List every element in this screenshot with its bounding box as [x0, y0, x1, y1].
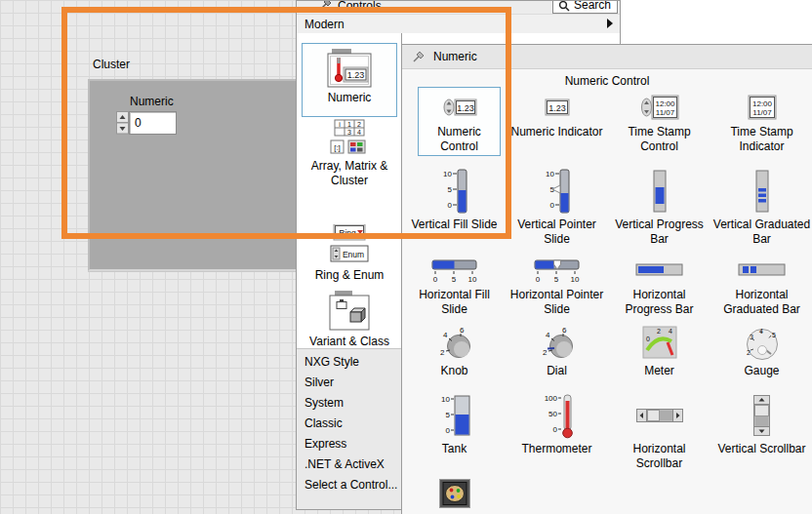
- palette-item-vertical-graduated-bar[interactable]: Vertical Graduated Bar: [710, 162, 812, 250]
- palette-styles-list: NXG Style Silver System Classic Express …: [297, 348, 402, 509]
- item-label: Vertical Scrollbar: [717, 442, 805, 456]
- increment-decrement-spinner-icon[interactable]: [116, 111, 129, 135]
- item-label: Numeric Control: [419, 125, 500, 154]
- category-column: 1.23 Numeric i 1 2 3 4 [:]: [297, 33, 402, 348]
- svg-text:3: 3: [347, 129, 351, 136]
- style-express[interactable]: Express: [297, 433, 402, 454]
- time-stamp-indicator-icon: 12:00 11/07: [748, 94, 777, 121]
- palette-item-vertical-pointer-slide[interactable]: 10 5 0 Vertical Pointer Slide: [506, 162, 608, 250]
- svg-text:1: 1: [347, 121, 351, 128]
- item-label: Vertical Progress Bar: [611, 217, 709, 247]
- palette-item-vertical-progress-bar[interactable]: Vertical Progress Bar: [608, 162, 710, 250]
- cluster-container[interactable]: Numeric 0: [88, 79, 327, 271]
- palette-item-meter[interactable]: 0 2 4 Meter: [608, 318, 710, 386]
- pin-icon[interactable]: [320, 1, 332, 11]
- svg-text:4: 4: [546, 331, 550, 339]
- category-array-matrix-cluster[interactable]: i 1 2 3 4 [:] Array, Matrix & Cluster: [297, 119, 402, 188]
- svg-text:4: 4: [357, 129, 361, 136]
- subpalette-header: Numeric: [402, 45, 812, 69]
- item-label: Vertical Graduated Bar: [713, 217, 811, 247]
- palette-item-framed-color-box[interactable]: [403, 472, 506, 514]
- category-label: Array, Matrix & Cluster: [297, 159, 402, 188]
- palette-item-horizontal-progress-bar[interactable]: Horizontal Progress Bar: [608, 250, 710, 318]
- svg-text:2: 2: [357, 121, 361, 128]
- horizontal-progress-bar-icon: [635, 263, 684, 277]
- palette-item-horizontal-fill-slide[interactable]: 0 5 10 Horizontal Fill Slide: [403, 250, 506, 318]
- category-label: Ring & Enum: [315, 268, 385, 283]
- vertical-graduated-bar-icon: [755, 170, 769, 213]
- labview-screen: Cluster Numeric 0 Controls: [0, 0, 812, 514]
- vertical-pointer-slide-icon: 10 5 0: [543, 168, 572, 215]
- svg-text:2: 2: [440, 348, 445, 357]
- palette-item-knob[interactable]: 2 4 6 Knob: [403, 318, 506, 386]
- numeric-control[interactable]: 0: [116, 111, 177, 135]
- pin-icon[interactable]: [412, 50, 426, 63]
- svg-text:10: 10: [570, 275, 579, 283]
- svg-text:5: 5: [772, 332, 776, 338]
- style-system[interactable]: System: [297, 392, 402, 413]
- framed-color-box-icon: [439, 479, 470, 508]
- svg-text:0: 0: [432, 275, 437, 283]
- gauge-icon: 2 3 4 5: [743, 325, 782, 360]
- svg-text:2: 2: [543, 348, 548, 357]
- subpalette-grid: 1.23 Numeric Control 1.23 Numeric Indica…: [403, 87, 812, 514]
- meter-icon: 0 2 4: [642, 326, 677, 359]
- category-ring-enum[interactable]: Ring Enum Ring & Enum: [297, 224, 402, 283]
- item-label: Gauge: [744, 364, 779, 378]
- numeric-value-field[interactable]: 0: [129, 111, 177, 135]
- subpalette-title: Numeric: [433, 50, 477, 63]
- palette-item-gauge[interactable]: 2 3 4 5 Gauge: [710, 318, 812, 386]
- numeric-indicator-icon: 1.23: [545, 98, 570, 117]
- palette-item-dial[interactable]: 2 4 6 Dial: [506, 318, 608, 386]
- palette-item-time-stamp-indicator[interactable]: 12:00 11/07 Time Stamp Indicator: [710, 87, 812, 162]
- svg-text:6: 6: [562, 326, 567, 335]
- style-silver[interactable]: Silver: [297, 372, 402, 392]
- style-net-activex[interactable]: .NET & ActiveX: [297, 454, 402, 474]
- item-label: Horizontal Graduated Bar: [713, 288, 811, 317]
- vertical-scrollbar-icon: [753, 395, 770, 436]
- svg-text:5: 5: [553, 275, 558, 283]
- controls-palette-header: Controls Search: [297, 1, 620, 15]
- knob-icon: 2 4 6: [436, 326, 473, 359]
- svg-text:0: 0: [445, 426, 450, 435]
- search-button[interactable]: Search: [552, 1, 618, 14]
- svg-text:1.23: 1.23: [548, 103, 566, 113]
- palette-item-horizontal-pointer-slide[interactable]: 0 5 10 Horizontal Pointer Slide: [506, 250, 608, 318]
- palette-item-vertical-fill-slide[interactable]: 10 5 0 Vertical Fill Slide: [403, 162, 506, 250]
- palette-item-thermometer[interactable]: 100 50 0 Thermometer: [506, 386, 608, 472]
- svg-text:6: 6: [460, 326, 465, 335]
- palette-item-tank[interactable]: 10 5 0 Tank: [403, 386, 506, 472]
- empty-cell: [608, 472, 710, 514]
- item-label: Horizontal Pointer Slide: [508, 288, 606, 317]
- palette-item-horizontal-graduated-bar[interactable]: Horizontal Graduated Bar: [710, 250, 812, 318]
- item-label: Horizontal Fill Slide: [406, 288, 504, 317]
- svg-text:4: 4: [443, 331, 448, 339]
- palette-item-numeric-indicator[interactable]: 1.23 Numeric Indicator: [506, 87, 608, 162]
- category-variant-class[interactable]: Variant & Class: [297, 291, 402, 349]
- dial-icon: 2 4 6: [539, 326, 576, 359]
- svg-text:10: 10: [467, 275, 476, 283]
- category-label: Numeric: [328, 91, 372, 105]
- svg-text:12:00: 12:00: [655, 99, 675, 108]
- variant-class-icon: [327, 291, 372, 332]
- horizontal-pointer-slide-icon: 0 5 10: [533, 257, 582, 283]
- style-classic[interactable]: Classic: [297, 413, 402, 433]
- horizontal-fill-slide-icon: 0 5 10: [430, 257, 479, 283]
- style-select-a-control[interactable]: Select a Control...: [297, 474, 402, 494]
- palette-item-horizontal-scrollbar[interactable]: Horizontal Scrollbar: [608, 386, 710, 472]
- style-nxg[interactable]: NXG Style: [297, 351, 402, 372]
- item-label: Time Stamp Indicator: [713, 125, 811, 154]
- svg-text:5: 5: [445, 411, 450, 419]
- search-label: Search: [574, 1, 611, 12]
- category-numeric[interactable]: 1.23 Numeric: [302, 43, 397, 117]
- numeric-category-icon: 1.23: [326, 49, 373, 88]
- tank-icon: 10 5 0: [437, 393, 472, 438]
- modern-label: Modern: [304, 18, 345, 31]
- svg-text:1.23: 1.23: [347, 70, 365, 80]
- category-row-modern[interactable]: Modern: [297, 15, 620, 33]
- palette-item-time-stamp-control[interactable]: 12:00 11/07 Time Stamp Control: [608, 87, 710, 162]
- palette-item-vertical-scrollbar[interactable]: Vertical Scrollbar: [710, 386, 812, 472]
- ring-enum-icon: Ring Enum: [325, 224, 374, 265]
- palette-item-numeric-control[interactable]: 1.23 Numeric Control: [418, 87, 501, 156]
- empty-cell: [506, 472, 608, 514]
